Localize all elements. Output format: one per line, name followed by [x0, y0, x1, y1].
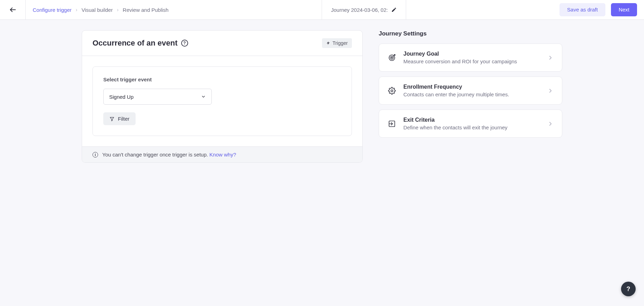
journey-title: Journey 2024-03-06, 02:: [331, 7, 388, 13]
setting-title: Exit Criteria: [403, 117, 540, 123]
svg-marker-1: [110, 117, 114, 121]
back-button[interactable]: [0, 0, 26, 19]
trigger-event-value: Signed Up: [109, 94, 134, 100]
journey-settings-heading: Journey Settings: [379, 30, 562, 37]
svg-point-4: [392, 57, 393, 58]
filter-icon: [110, 116, 114, 121]
filter-button[interactable]: Filter: [103, 112, 136, 125]
breadcrumb-step-review[interactable]: Review and Publish: [123, 7, 169, 13]
setting-title: Journey Goal: [403, 51, 540, 57]
know-why-link[interactable]: Know why?: [209, 152, 236, 158]
help-fab[interactable]: ?: [621, 282, 636, 296]
breadcrumb-step-configure[interactable]: Configure trigger: [33, 7, 72, 13]
trigger-event-select[interactable]: Signed Up: [103, 89, 212, 105]
next-button[interactable]: Next: [611, 3, 637, 16]
help-icon[interactable]: ?: [181, 40, 188, 47]
setting-card-journey-goal[interactable]: Journey Goal Measure conversion and ROI …: [379, 43, 562, 72]
breadcrumb: Configure trigger › Visual builder › Rev…: [26, 0, 176, 19]
gear-icon: [387, 86, 396, 95]
trigger-card-header: Occurrence of an event ? Trigger: [82, 31, 362, 56]
journey-title-container: Journey 2024-03-06, 02:: [322, 0, 406, 19]
chevron-right-icon: ›: [117, 7, 119, 13]
setting-text: Exit Criteria Define when the contacts w…: [403, 117, 540, 130]
setting-card-exit-criteria[interactable]: Exit Criteria Define when the contacts w…: [379, 110, 562, 138]
page-body: Occurrence of an event ? Trigger Select …: [0, 20, 644, 163]
trigger-card-footer: i You can't change trigger once trigger …: [82, 146, 362, 162]
breadcrumb-step-visual-builder[interactable]: Visual builder: [81, 7, 113, 13]
setting-text: Journey Goal Measure conversion and ROI …: [403, 51, 540, 64]
arrow-left-icon: [9, 6, 17, 14]
chevron-down-icon: [201, 94, 206, 99]
footer-note: You can't change trigger once trigger is…: [102, 152, 236, 158]
trigger-card: Occurrence of an event ? Trigger Select …: [82, 30, 363, 163]
target-icon: [387, 53, 396, 62]
journey-settings-panel: Journey Settings Journey Goal Measure co…: [379, 30, 562, 143]
setting-text: Enrollment Frequency Contacts can enter …: [403, 84, 540, 97]
header-actions: Save as draft Next: [553, 0, 644, 19]
app-header: Configure trigger › Visual builder › Rev…: [0, 0, 644, 20]
setting-title: Enrollment Frequency: [403, 84, 540, 90]
trigger-subcard: Select trigger event Signed Up Filter: [92, 66, 352, 136]
trigger-card-title-text: Occurrence of an event: [92, 39, 178, 48]
trigger-badge-label: Trigger: [332, 40, 348, 46]
trigger-card-body: Select trigger event Signed Up Filter: [82, 56, 362, 146]
filter-button-label: Filter: [118, 116, 129, 122]
chevron-right-icon: ›: [76, 7, 78, 13]
chevron-right-icon: [547, 55, 554, 61]
save-draft-button[interactable]: Save as draft: [560, 3, 605, 16]
info-icon: i: [92, 152, 98, 158]
select-trigger-label: Select trigger event: [103, 76, 341, 82]
svg-point-6: [391, 90, 393, 92]
pencil-icon[interactable]: [391, 7, 397, 13]
setting-desc: Define when the contacts will exit the j…: [403, 124, 540, 130]
bolt-icon: [326, 41, 330, 46]
setting-desc: Measure conversion and ROI for your camp…: [403, 58, 540, 64]
trigger-badge: Trigger: [322, 38, 352, 48]
setting-card-enrollment-frequency[interactable]: Enrollment Frequency Contacts can enter …: [379, 76, 562, 105]
trigger-card-title: Occurrence of an event ?: [92, 39, 188, 48]
chevron-right-icon: [547, 121, 554, 127]
setting-desc: Contacts can enter the journey multiple …: [403, 91, 540, 97]
exit-icon: [387, 119, 396, 128]
chevron-right-icon: [547, 88, 554, 94]
footer-note-text: You can't change trigger once trigger is…: [102, 152, 208, 158]
